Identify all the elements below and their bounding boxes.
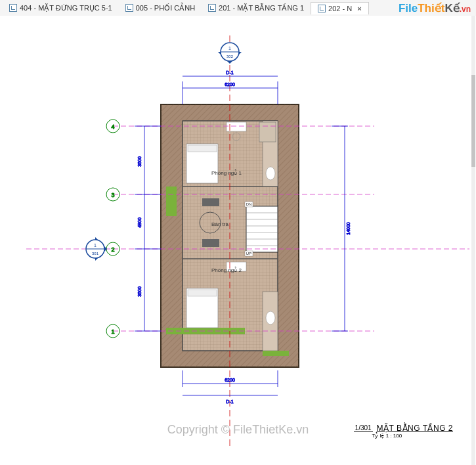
svg-text:1: 1 bbox=[111, 328, 114, 335]
svg-point-29 bbox=[266, 167, 275, 180]
svg-text:3: 3 bbox=[111, 192, 114, 198]
svg-rect-12 bbox=[246, 206, 278, 252]
grid-bubbles-h: 4 3 2 1 bbox=[106, 120, 119, 338]
dims-top: 6200 D-1 bbox=[183, 70, 278, 104]
drawing-title-block: 1/301 MẶT BẰNG TẦNG 2 Tỷ lệ 1 : 100 bbox=[354, 424, 453, 439]
drawing-name: MẶT BẰNG TẦNG 2 bbox=[377, 424, 453, 433]
dims-right: 14000 bbox=[332, 126, 351, 331]
dims-bottom: 6200 D-1 bbox=[183, 370, 278, 404]
floor-plan-svg: 4 3 2 1 6200 D-1 6200 D-1 3600 4800 3600 bbox=[0, 16, 476, 465]
svg-text:4800: 4800 bbox=[137, 217, 142, 228]
tab-label: 201 - MẶT BẰNG TẦNG 1 bbox=[219, 4, 304, 12]
svg-text:6200: 6200 bbox=[225, 378, 235, 382]
room-label-lounge: Bàn trà bbox=[211, 221, 228, 227]
svg-text:14000: 14000 bbox=[346, 222, 351, 235]
svg-text:301: 301 bbox=[92, 252, 99, 255]
drawing-canvas[interactable]: 4 3 2 1 6200 D-1 6200 D-1 3600 4800 3600 bbox=[0, 16, 476, 465]
svg-text:3600: 3600 bbox=[137, 156, 142, 167]
svg-rect-31 bbox=[202, 198, 219, 206]
svg-text:1: 1 bbox=[228, 46, 231, 51]
svg-text:6200: 6200 bbox=[225, 82, 235, 87]
sheet-icon bbox=[125, 4, 133, 12]
sheet-icon bbox=[9, 4, 17, 12]
svg-rect-21 bbox=[166, 187, 177, 216]
dims-left: 3600 4800 3600 bbox=[135, 126, 161, 331]
svg-text:DN: DN bbox=[246, 202, 252, 206]
svg-text:1: 1 bbox=[94, 243, 97, 248]
stair bbox=[246, 206, 278, 252]
view-tab-bar: 404 - MẶT ĐỨNG TRỤC 5-1 005 - PHỐI CẢNH … bbox=[0, 0, 476, 16]
svg-text:302: 302 bbox=[227, 55, 234, 58]
svg-rect-32 bbox=[202, 239, 219, 247]
svg-text:3600: 3600 bbox=[137, 286, 142, 297]
sheet-icon bbox=[318, 5, 326, 12]
svg-rect-34 bbox=[188, 290, 217, 296]
tab-label: 202 - N bbox=[328, 5, 352, 12]
tab-201[interactable]: 201 - MẶT BẰNG TẦNG 1 bbox=[202, 2, 311, 14]
svg-text:D-1: D-1 bbox=[226, 399, 233, 404]
svg-rect-87 bbox=[471, 75, 475, 167]
svg-rect-25 bbox=[188, 145, 217, 152]
elevation-tag-top: 1 302 bbox=[218, 43, 242, 64]
tab-404[interactable]: 404 - MẶT ĐỨNG TRỤC 5-1 bbox=[3, 2, 119, 14]
svg-rect-26 bbox=[227, 122, 246, 131]
svg-text:2: 2 bbox=[111, 246, 114, 253]
svg-text:UP: UP bbox=[246, 252, 251, 255]
room-label-bed2: Phòng ngủ 2 bbox=[211, 267, 242, 273]
sheet-icon bbox=[208, 4, 216, 12]
svg-rect-23 bbox=[263, 351, 289, 356]
elevation-tag-left: 1 301 bbox=[86, 237, 107, 261]
tab-202[interactable]: 202 - N × bbox=[311, 2, 369, 14]
tab-label: 005 - PHỐI CẢNH bbox=[136, 4, 195, 12]
svg-text:4: 4 bbox=[111, 123, 114, 130]
tab-005[interactable]: 005 - PHỐI CẢNH bbox=[119, 2, 202, 14]
tab-label: 404 - MẶT ĐỨNG TRỤC 5-1 bbox=[20, 4, 112, 12]
svg-text:D-1: D-1 bbox=[226, 70, 233, 75]
close-icon[interactable]: × bbox=[357, 5, 361, 12]
svg-rect-28 bbox=[259, 122, 276, 142]
svg-point-36 bbox=[266, 311, 275, 324]
room-label-bed1: Phòng ngủ 1 bbox=[211, 169, 242, 176]
